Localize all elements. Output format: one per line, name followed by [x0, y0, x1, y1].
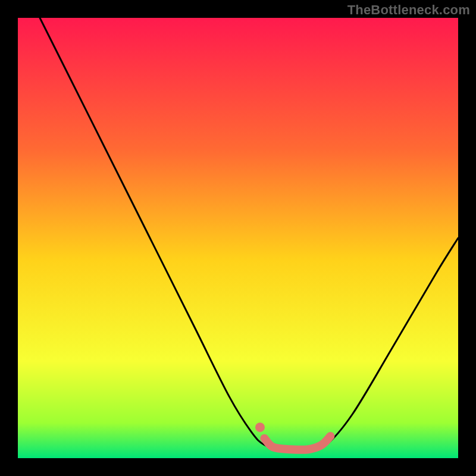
bottleneck-chart: [18, 18, 458, 458]
plot-area: [18, 18, 458, 458]
watermark-text: TheBottleneck.com: [347, 2, 470, 18]
chart-frame: TheBottleneck.com: [0, 0, 476, 476]
optimal-point-marker: [255, 422, 265, 432]
gradient-background: [18, 18, 458, 458]
